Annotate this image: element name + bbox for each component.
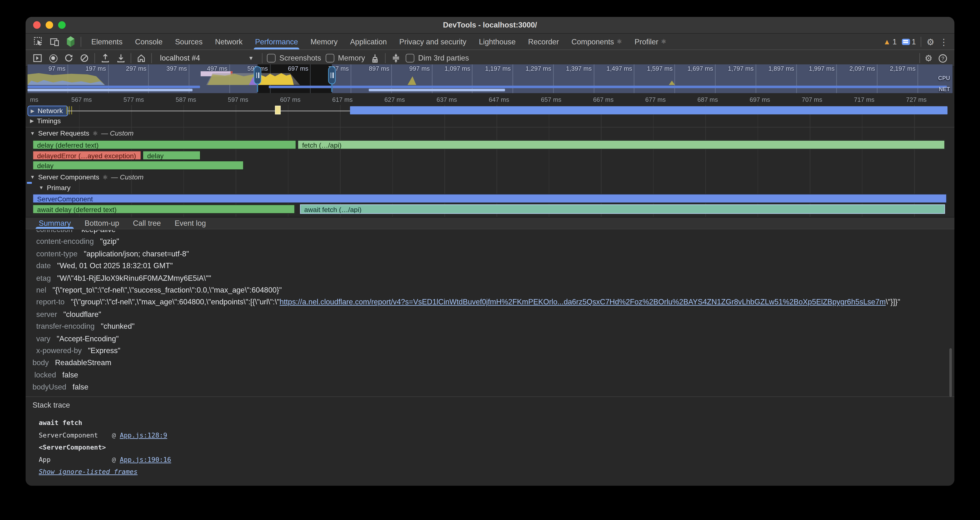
settings-gear-icon[interactable]: ⚙ [926, 37, 934, 46]
ruler-tick: 727 ms [906, 96, 927, 103]
tab-recorder[interactable]: Recorder [522, 34, 565, 49]
disclosure-triangle-icon: ▼ [39, 185, 44, 190]
property-row-body: bodyReadableStream [25, 357, 954, 369]
network-event-marker[interactable] [275, 106, 280, 114]
reload-and-record-button[interactable] [63, 52, 75, 64]
tab-label: Application [350, 37, 387, 46]
save-profile-icon[interactable] [115, 52, 126, 64]
track-timings-label[interactable]: ▶ Timings [30, 117, 61, 124]
net-strip-label: NET [939, 86, 950, 92]
overview-net-bar [269, 86, 947, 88]
show-ignore-listed-frames-link[interactable]: Show ignore-listed frames [39, 468, 138, 475]
dim-3rd-parties-checkbox[interactable] [406, 54, 414, 62]
timeline-event-delay[interactable]: delay [143, 150, 200, 160]
react-atom-icon: ⚛ [102, 173, 108, 180]
tab-elements[interactable]: Elements [85, 34, 129, 49]
scrollbar-thumb[interactable] [950, 348, 952, 397]
zoom-window-button[interactable] [58, 21, 65, 29]
tab-profiler[interactable]: Profiler⚛ [628, 34, 673, 49]
warnings-badge[interactable]: ▲ 1 [883, 37, 897, 46]
tab-performance[interactable]: Performance [249, 34, 304, 49]
tab-sources[interactable]: Sources [169, 34, 209, 49]
timeline-event-delay[interactable]: delay [33, 161, 244, 170]
property-key: body [33, 358, 49, 367]
memory-checkbox[interactable] [326, 54, 334, 62]
frame-source-link[interactable]: App.js:190:16 [120, 456, 171, 463]
close-window-button[interactable] [33, 21, 40, 29]
home-icon[interactable] [135, 52, 147, 64]
details-tab-summary[interactable]: Summary [32, 218, 78, 229]
timeline-event-await-fetch-api[interactable]: await fetch (…/api) [300, 204, 945, 213]
network-request-bar[interactable] [350, 106, 947, 114]
details-tab-bottom-up[interactable]: Bottom-up [78, 218, 126, 229]
timeline-event-fetch-api[interactable]: fetch (…/api) [298, 140, 945, 149]
overview-net-bar [27, 86, 200, 88]
tab-lighthouse[interactable]: Lighthouse [473, 34, 522, 49]
track-server-requests-header[interactable]: ▼ Server Requests ⚛ — Custom [30, 129, 134, 137]
property-value: "{\"group\":\"cf-nel\",\"max_age\":60480… [71, 298, 900, 307]
capture-settings-gear-icon[interactable]: ⚙ [924, 53, 932, 63]
timeline-overview[interactable]: 97 ms197 ms297 ms397 ms497 ms597 ms697 m… [27, 64, 953, 93]
load-profile-icon[interactable] [99, 52, 111, 64]
disclosure-triangle-icon: ▼ [30, 130, 35, 136]
summary-divider [25, 396, 954, 397]
tab-label: Console [135, 37, 162, 46]
tab-components[interactable]: Components⚛ [565, 34, 628, 49]
divider [920, 53, 920, 63]
frame-source-link[interactable]: App.js:128:9 [120, 431, 167, 439]
dim-3rd-parties-checkbox-item[interactable]: Dim 3rd parties [406, 54, 469, 62]
report-to-link[interactable]: https://a.nel.cloudflare.com/report/v4?s… [280, 298, 886, 307]
tab-label: Lighthouse [479, 37, 515, 46]
more-options-icon[interactable]: ⋮ [940, 37, 948, 46]
tab-label: Elements [91, 37, 123, 46]
extension-gem-icon[interactable] [64, 36, 77, 47]
screenshots-checkbox[interactable] [267, 54, 275, 62]
help-icon[interactable]: ? [937, 52, 948, 64]
track-network-label[interactable]: ▶ Network [27, 106, 68, 116]
cpu-activity-chart [27, 72, 953, 85]
tab-network[interactable]: Network [209, 34, 249, 49]
message-count: 1 [912, 37, 916, 46]
property-value: false [62, 371, 78, 379]
ruler-tick: 577 ms [124, 96, 144, 103]
memory-checkbox-item[interactable]: Memory [326, 54, 365, 62]
profile-select[interactable]: localhost #4 ▼ [156, 52, 258, 64]
details-tab-call-tree[interactable]: Call tree [126, 218, 168, 229]
inspect-element-icon[interactable] [32, 36, 45, 47]
property-value: "{\"report_to\":\"cf-nel\",\"success_fra… [52, 286, 282, 294]
ruler-tick: 637 ms [436, 96, 457, 103]
window-left-handle[interactable] [254, 66, 261, 84]
tab-application[interactable]: Application [344, 34, 393, 49]
server-components-title: Server Components [38, 173, 99, 181]
property-key: x-powered-by [36, 346, 81, 355]
divider [94, 53, 95, 63]
toggle-sidebar-icon[interactable] [32, 52, 43, 64]
timeline-event-delayederror-ayed-exception[interactable]: delayedError (…ayed exception) [33, 150, 141, 160]
property-key: etag [36, 274, 51, 282]
minimize-window-button[interactable] [46, 21, 53, 29]
device-toolbar-icon[interactable] [48, 36, 61, 47]
record-button[interactable] [48, 52, 59, 64]
screenshots-checkbox-item[interactable]: Screenshots [267, 54, 321, 62]
timeline-event-await-delay-deferred-text[interactable]: await delay (deferred text) [33, 204, 295, 213]
property-row-transfer-encoding: transfer-encoding"chunked" [25, 321, 954, 333]
property-key: locked [35, 371, 56, 379]
window-right-handle[interactable] [328, 66, 336, 84]
track-server-components-header[interactable]: ▼ Server Components ⚛ — Custom [30, 173, 143, 181]
track-primary-group[interactable]: ▼ Primary [39, 184, 71, 191]
divider [131, 53, 131, 63]
shortcuts-dialog-icon[interactable] [390, 52, 401, 64]
timeline-event-servercomponent[interactable]: ServerComponent [33, 194, 947, 203]
tab-console[interactable]: Console [129, 34, 169, 49]
timeline-event-delay-deferred-text[interactable]: delay (deferred text) [33, 140, 296, 149]
clear-button[interactable] [79, 52, 90, 64]
property-row-etag: etag"W/\"4b1-RjEJloX9kRinu6F0MAZMmy6E5iA… [25, 272, 954, 285]
screen: DevTools - localhost:3000/ ElementsConso… [0, 0, 980, 520]
issues-badge[interactable]: 1 [902, 37, 916, 46]
collect-garbage-icon[interactable] [369, 52, 381, 64]
tab-memory[interactable]: Memory [304, 34, 344, 49]
divider [151, 53, 152, 63]
details-tab-event-log[interactable]: Event log [168, 218, 213, 229]
react-atom-icon: ⚛ [92, 130, 98, 137]
tab-privacy-and-security[interactable]: Privacy and security [393, 34, 473, 49]
